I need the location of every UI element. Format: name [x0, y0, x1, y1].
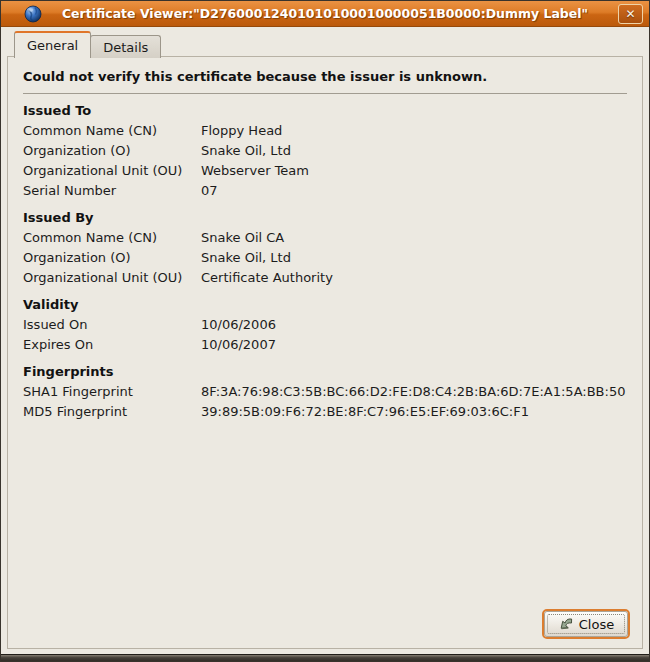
notebook-frame: Could not verify this certificate becaus… — [7, 56, 643, 649]
close-button-label: Close — [579, 617, 614, 632]
tab-details[interactable]: Details — [90, 35, 161, 58]
cert-field-row: Common Name (CN) Floppy Head — [23, 121, 627, 141]
section-title: Issued By — [23, 208, 627, 228]
cert-field-row: Organization (O) Snake Oil, Ltd — [23, 248, 627, 268]
field-value: Webserver Team — [201, 161, 627, 181]
cert-field-row: MD5 Fingerprint 39:89:5B:09:F6:72:BE:8F:… — [23, 402, 627, 422]
field-value: 39:89:5B:09:F6:72:BE:8F:C7:96:E5:EF:69:0… — [201, 402, 627, 422]
close-button[interactable]: Close — [544, 611, 628, 637]
field-label: Common Name (CN) — [23, 121, 201, 141]
window-close-x-icon: ✕ — [625, 7, 635, 21]
close-button-focus-ring: Close — [542, 609, 630, 639]
section-validity: Validity Issued On 10/06/2006 Expires On… — [23, 295, 627, 355]
cert-field-row: Common Name (CN) Snake Oil CA — [23, 228, 627, 248]
general-tab-page: Could not verify this certificate becaus… — [8, 57, 642, 422]
tab-bar: General Details — [14, 31, 161, 58]
field-label: Expires On — [23, 335, 201, 355]
tab-general-label: General — [27, 38, 78, 53]
cert-field-row: Organizational Unit (OU) Certificate Aut… — [23, 268, 627, 288]
field-label: SHA1 Fingerprint — [23, 382, 201, 402]
field-value: Certificate Authority — [201, 268, 627, 288]
field-label: Common Name (CN) — [23, 228, 201, 248]
field-label: Issued On — [23, 315, 201, 335]
field-value: 10/06/2007 — [201, 335, 627, 355]
verification-warning: Could not verify this certificate becaus… — [23, 68, 627, 85]
field-value: 10/06/2006 — [201, 315, 627, 335]
window-close-button[interactable]: ✕ — [618, 4, 643, 24]
field-value: Floppy Head — [201, 121, 627, 141]
separator-line — [23, 93, 627, 94]
cert-field-row: Organization (O) Snake Oil, Ltd — [23, 141, 627, 161]
cert-field-row: Serial Number 07 — [23, 181, 627, 201]
field-label: MD5 Fingerprint — [23, 402, 201, 422]
close-arrow-icon — [558, 616, 574, 632]
section-issued-by: Issued By Common Name (CN) Snake Oil CA … — [23, 208, 627, 288]
window-title: Certificate Viewer:"D2760001240101010001… — [62, 1, 588, 27]
globe-icon — [24, 5, 42, 23]
tab-general[interactable]: General — [14, 31, 91, 58]
section-title: Fingerprints — [23, 362, 627, 382]
field-label: Organizational Unit (OU) — [23, 268, 201, 288]
field-label: Serial Number — [23, 181, 201, 201]
cert-field-row: SHA1 Fingerprint 8F:3A:76:98:C3:5B:BC:66… — [23, 382, 627, 402]
tab-details-label: Details — [103, 40, 148, 55]
section-issued-to: Issued To Common Name (CN) Floppy Head O… — [23, 101, 627, 201]
field-label: Organization (O) — [23, 248, 201, 268]
cert-field-row: Organizational Unit (OU) Webserver Team — [23, 161, 627, 181]
cert-field-row: Issued On 10/06/2006 — [23, 315, 627, 335]
field-label: Organizational Unit (OU) — [23, 161, 201, 181]
section-fingerprints: Fingerprints SHA1 Fingerprint 8F:3A:76:9… — [23, 362, 627, 422]
certificate-viewer-window: Certificate Viewer:"D2760001240101010001… — [0, 0, 650, 662]
field-value: 8F:3A:76:98:C3:5B:BC:66:D2:FE:D8:C4:2B:B… — [201, 382, 627, 402]
field-value: Snake Oil CA — [201, 228, 627, 248]
field-value: Snake Oil, Ltd — [201, 248, 627, 268]
titlebar[interactable]: Certificate Viewer:"D2760001240101010001… — [1, 1, 649, 27]
section-title: Validity — [23, 295, 627, 315]
field-value: 07 — [201, 181, 627, 201]
field-value: Snake Oil, Ltd — [201, 141, 627, 161]
field-label: Organization (O) — [23, 141, 201, 161]
section-title: Issued To — [23, 101, 627, 121]
cert-field-row: Expires On 10/06/2007 — [23, 335, 627, 355]
window-bottom-frame — [1, 654, 649, 661]
